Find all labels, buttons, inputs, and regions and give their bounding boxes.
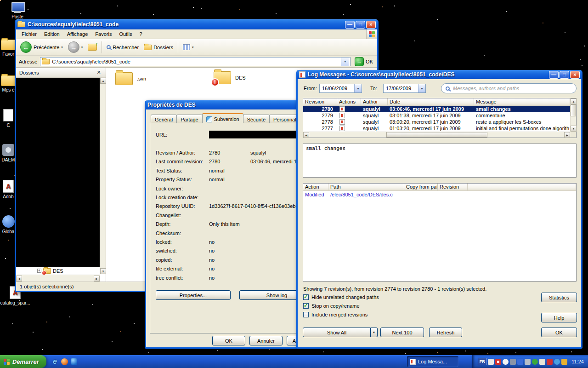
- tray-icon[interactable]: [488, 359, 494, 365]
- forward-button[interactable]: → ▾: [67, 40, 85, 54]
- minimize-button[interactable]: —: [345, 21, 355, 29]
- column-header-revision[interactable]: Revision: [303, 98, 337, 106]
- folders-button[interactable]: Dossiers: [142, 44, 175, 51]
- menu-aide[interactable]: ?: [136, 30, 146, 38]
- checkbox-stop-on-copy[interactable]: Stop on copy/rename: [303, 303, 360, 309]
- language-indicator[interactable]: FR: [478, 358, 486, 365]
- column-header-message[interactable]: Message: [474, 98, 570, 106]
- revision-row-2777[interactable]: 2777 squalyl 01:03:20, mercredi 17 juin …: [303, 125, 570, 132]
- address-dropdown-button[interactable]: ▼: [341, 58, 349, 66]
- maximize-button[interactable]: □: [560, 71, 569, 79]
- column-header-path-revision[interactable]: Revision: [438, 184, 468, 191]
- tray-icon[interactable]: [532, 359, 538, 365]
- firefox-icon[interactable]: [61, 358, 68, 366]
- tab-general[interactable]: Général: [151, 115, 177, 123]
- menu-edition[interactable]: Edition: [40, 30, 63, 38]
- tray-icon[interactable]: [517, 359, 523, 365]
- tray-icon[interactable]: [561, 359, 567, 365]
- internet-explorer-icon[interactable]: e: [51, 358, 59, 366]
- checkbox-icon[interactable]: [303, 294, 309, 300]
- statistics-button[interactable]: Statistics: [541, 293, 577, 302]
- tray-icon[interactable]: [525, 359, 531, 365]
- scroll-up-icon[interactable]: ▲: [100, 78, 106, 84]
- back-button[interactable]: ← Précédente ▾: [19, 40, 64, 54]
- revisions-horizontal-scrollbar[interactable]: ◀ ▶: [303, 132, 570, 138]
- column-header-path[interactable]: Path: [328, 184, 404, 191]
- messenger-icon[interactable]: [70, 358, 78, 366]
- taskbar-button-log-messages[interactable]: Log Messa...: [407, 356, 458, 367]
- explorer-titlebar[interactable]: C:\sources\squalyl\elec\8051_code — □ ×: [16, 19, 378, 29]
- revisions-vertical-scrollbar[interactable]: ▲ ▼: [570, 98, 576, 132]
- checkbox-include-merged[interactable]: Include merged revisions: [303, 312, 368, 317]
- desktop-icon-my-computer[interactable]: Poste: [3, 2, 32, 19]
- search-input[interactable]: [453, 86, 572, 91]
- scroll-down-icon[interactable]: ▼: [571, 126, 577, 132]
- tray-icon[interactable]: [554, 359, 560, 365]
- show-all-dropdown-button[interactable]: ▼: [371, 328, 378, 337]
- scroll-right-icon[interactable]: ▶: [94, 276, 100, 282]
- changed-path-row[interactable]: Modified /elec/8051_code/DES/des.c: [303, 191, 576, 198]
- views-button[interactable]: ▾: [181, 43, 195, 51]
- tree-expand-icon[interactable]: +: [37, 269, 41, 273]
- scrollbar-thumb[interactable]: [571, 104, 576, 116]
- column-header-copy-from-path[interactable]: Copy from path: [404, 184, 438, 191]
- refresh-button[interactable]: Refresh: [429, 328, 462, 337]
- tree-item-des[interactable]: + DES: [16, 267, 100, 274]
- scroll-left-icon[interactable]: ◀: [16, 276, 22, 282]
- scroll-down-icon[interactable]: ▼: [100, 268, 106, 274]
- cancel-button[interactable]: Annuler: [249, 336, 283, 345]
- column-header-action[interactable]: Action: [303, 184, 328, 191]
- log-search-box[interactable]: [441, 83, 577, 93]
- ok-button[interactable]: OK: [212, 336, 245, 345]
- log-titlebar[interactable]: Log Messages - C:\sources\squalyl\elec\8…: [297, 70, 582, 79]
- file-tile-des[interactable]: ! DES: [214, 71, 246, 84]
- close-button[interactable]: ×: [366, 21, 376, 29]
- up-button[interactable]: [86, 43, 98, 52]
- chevron-down-icon[interactable]: ▼: [354, 84, 362, 92]
- menu-favoris[interactable]: Favoris: [91, 30, 115, 38]
- show-all-button[interactable]: Show All: [303, 328, 371, 337]
- revision-row-2778[interactable]: 2778 squalyl 03:00:20, mercredi 17 juin …: [303, 119, 570, 125]
- commit-message-box[interactable]: small changes: [303, 144, 577, 178]
- scroll-left-icon[interactable]: ◀: [303, 132, 309, 138]
- tab-partage[interactable]: Partage: [176, 115, 203, 123]
- folders-horizontal-scrollbar[interactable]: ◀ ▶: [16, 275, 100, 282]
- tray-icon[interactable]: [539, 359, 545, 365]
- properties-button[interactable]: Properties...: [156, 290, 231, 300]
- ok-button[interactable]: OK: [541, 328, 577, 337]
- scroll-up-icon[interactable]: ▲: [571, 98, 577, 104]
- chevron-down-icon[interactable]: ▼: [418, 84, 425, 92]
- menu-outils[interactable]: Outils: [115, 30, 136, 38]
- menu-fichier[interactable]: Fichier: [18, 30, 40, 38]
- column-header-actions[interactable]: Actions: [337, 98, 361, 106]
- help-button[interactable]: Help: [541, 313, 577, 322]
- tray-icon[interactable]: [503, 359, 509, 365]
- column-header-date[interactable]: Date: [388, 98, 474, 106]
- close-icon[interactable]: ✕: [95, 69, 102, 76]
- tab-subversion[interactable]: Subversion: [202, 113, 243, 123]
- from-date-picker[interactable]: 16/06/2009 ▼: [319, 84, 362, 93]
- minimize-button[interactable]: —: [549, 71, 559, 79]
- go-button[interactable]: → OK: [353, 56, 374, 67]
- checkbox-hide-unrelated[interactable]: Hide unrelated changed paths: [303, 294, 379, 300]
- next-100-button[interactable]: Next 100: [380, 328, 424, 337]
- checkbox-icon[interactable]: [303, 312, 309, 317]
- taskbar-clock[interactable]: 11:24: [571, 359, 584, 364]
- file-tile-svn[interactable]: .svn: [115, 72, 146, 85]
- menu-affichage[interactable]: Affichage: [63, 30, 92, 38]
- tab-securite[interactable]: Sécurité: [243, 115, 270, 123]
- column-header-author[interactable]: Author: [361, 98, 388, 106]
- scroll-right-icon[interactable]: ▶: [564, 132, 570, 138]
- scrollbar-thumb[interactable]: [386, 132, 487, 138]
- checkbox-icon[interactable]: [303, 303, 309, 309]
- tray-icon[interactable]: [510, 359, 516, 365]
- tray-icon[interactable]: [495, 359, 501, 365]
- revision-row-2779[interactable]: 2779 squalyl 03:01:38, mercredi 17 juin …: [303, 112, 570, 119]
- folders-vertical-scrollbar[interactable]: ▲ ▼: [100, 78, 106, 274]
- revision-row-2780[interactable]: 2780 squalyl 03:06:46, mercredi 17 juin …: [303, 106, 570, 112]
- start-button[interactable]: Démarrer: [0, 355, 46, 368]
- search-button[interactable]: Rechercher: [105, 44, 140, 51]
- maximize-button[interactable]: □: [356, 21, 365, 29]
- close-button[interactable]: ×: [570, 71, 580, 79]
- tray-icon[interactable]: [547, 359, 553, 365]
